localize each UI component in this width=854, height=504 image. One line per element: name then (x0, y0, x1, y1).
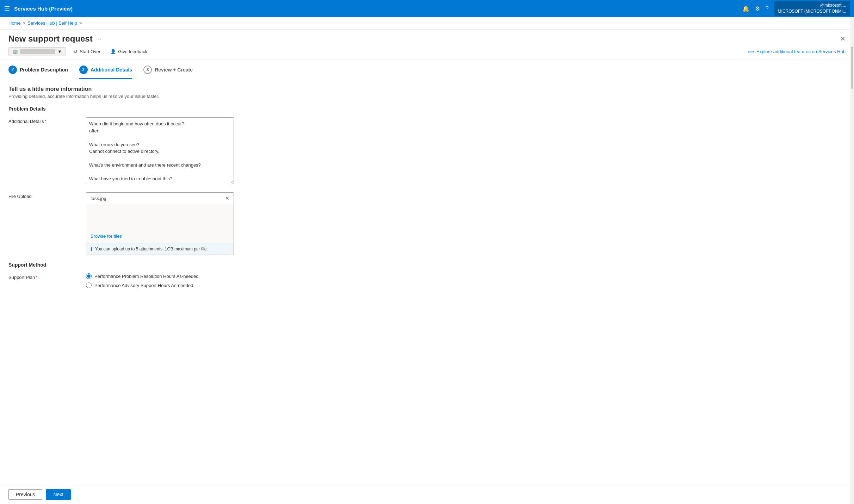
breadcrumb-sep-1: > (23, 20, 26, 26)
file-drop-area[interactable]: Browse for files (86, 204, 234, 243)
support-plan-radio-2[interactable] (86, 282, 92, 288)
support-plan-option-2: Performance Advisory Support Hours As-ne… (86, 282, 234, 288)
support-plan-options: Performance Problem Resolution Hours As-… (86, 273, 234, 292)
remove-file-button[interactable]: ✕ (225, 195, 229, 201)
browse-files-button[interactable]: Browse for files (91, 234, 122, 239)
breadcrumb-home[interactable]: Home (8, 20, 21, 26)
section-subtitle: Providing detailed, accurate information… (8, 94, 846, 99)
additional-details-label: Additional Details* (8, 117, 79, 124)
top-navigation-bar: ☰ Services Hub (Preview) 🔔 ⚙ ? @microsof… (0, 0, 854, 17)
step-additional-details[interactable]: 2 Additional Details (79, 66, 132, 79)
additional-details-control: When did it begin and how often does it … (86, 117, 234, 185)
file-upload-box: task.jpg ✕ Browse for files ℹ You can up… (86, 192, 234, 255)
required-indicator: * (44, 119, 46, 124)
scrollbar[interactable] (850, 17, 854, 504)
file-info-text: You can upload up to 5 attachments. 1GB … (95, 247, 208, 251)
file-upload-control: task.jpg ✕ Browse for files ℹ You can up… (86, 192, 234, 255)
close-button[interactable]: ✕ (840, 35, 846, 43)
bottom-navigation: Previous Next (0, 485, 854, 504)
file-info-bar: ℹ You can upload up to 5 attachments. 1G… (86, 243, 234, 255)
support-plan-row: Support Plan* Performance Problem Resolu… (8, 273, 846, 292)
give-feedback-button[interactable]: 👤 Give feedback (108, 48, 149, 56)
ellipsis-menu-button[interactable]: ··· (96, 35, 101, 43)
step-2-label: Additional Details (91, 67, 132, 73)
problem-details-heading: Problem Details (8, 106, 846, 112)
give-feedback-label: Give feedback (118, 49, 147, 54)
breadcrumb-sep-2: > (79, 20, 82, 26)
step-2-circle: 2 (79, 66, 88, 74)
support-plan-option-1: Performance Problem Resolution Hours As-… (86, 273, 234, 279)
explore-features-link[interactable]: ⟺ Explore additional features on Service… (748, 49, 846, 54)
feedback-icon: 👤 (110, 49, 116, 54)
page-wrapper: Home > Services Hub | Self Help > New su… (0, 17, 854, 504)
steps-progress-bar: ✓ Problem Description 2 Additional Detai… (0, 60, 854, 79)
workspace-dropdown[interactable]: 🏢 ▼ (8, 47, 66, 56)
file-upload-label: File Upload (8, 192, 79, 199)
support-plan-label: Support Plan* (8, 273, 79, 280)
start-over-label: Start Over (80, 49, 100, 54)
page-header: New support request ··· ✕ (0, 30, 854, 44)
hamburger-menu-icon[interactable]: ☰ (4, 5, 10, 12)
notification-bell-icon[interactable]: 🔔 (742, 5, 749, 12)
step-review-create[interactable]: 3 Review + Create (143, 66, 193, 79)
refresh-icon: ↺ (74, 49, 78, 54)
support-plan-required: * (36, 275, 37, 280)
start-over-button[interactable]: ↺ Start Over (72, 48, 103, 56)
explore-icon: ⟺ (748, 49, 754, 54)
user-account-info[interactable]: @microsoft.... MICROSOFT (MICROSOFT.ONMI… (774, 1, 850, 16)
help-icon[interactable]: ? (766, 5, 769, 12)
next-button[interactable]: Next (46, 489, 71, 500)
support-plan-radio-1[interactable] (86, 273, 92, 279)
additional-details-row: Additional Details* When did it begin an… (8, 117, 846, 185)
app-title: Services Hub (Preview) (14, 6, 73, 12)
toolbar: 🏢 ▼ ↺ Start Over 👤 Give feedback ⟺ Explo… (0, 44, 854, 60)
step-problem-description[interactable]: ✓ Problem Description (8, 66, 68, 79)
settings-gear-icon[interactable]: ⚙ (755, 5, 760, 12)
explore-label: Explore additional features on Services … (756, 49, 846, 54)
info-icon: ℹ (91, 246, 92, 252)
support-method-heading: Support Method (8, 262, 846, 268)
workspace-icon: 🏢 (12, 49, 18, 54)
user-tenant: MICROSOFT (MICROSOFT.ONMI... (778, 8, 846, 14)
previous-button[interactable]: Previous (8, 489, 42, 500)
additional-details-textarea[interactable]: When did it begin and how often does it … (86, 117, 234, 184)
form-content: Tell us a little more information Provid… (0, 79, 854, 485)
uploaded-filename: task.jpg (91, 196, 106, 201)
step-1-label: Problem Description (20, 67, 68, 73)
support-plan-label-2: Performance Advisory Support Hours As-ne… (94, 283, 193, 288)
step-3-label: Review + Create (155, 67, 193, 73)
step-3-circle: 3 (143, 66, 152, 74)
workspace-label (20, 49, 55, 54)
chevron-down-icon: ▼ (57, 49, 62, 54)
scrollbar-thumb (851, 46, 853, 89)
section-title: Tell us a little more information (8, 86, 846, 92)
file-item: task.jpg ✕ (86, 193, 234, 204)
page-title: New support request (8, 34, 93, 44)
top-bar-icons: 🔔 ⚙ ? @microsoft.... MICROSOFT (MICROSOF… (742, 1, 850, 16)
step-1-circle: ✓ (8, 66, 17, 74)
breadcrumb-services-hub[interactable]: Services Hub | Self Help (27, 20, 77, 26)
user-email: @microsoft.... (778, 2, 846, 8)
file-upload-row: File Upload task.jpg ✕ Browse for files … (8, 192, 846, 255)
breadcrumb: Home > Services Hub | Self Help > (0, 17, 854, 30)
support-plan-label-1: Performance Problem Resolution Hours As-… (94, 274, 199, 279)
